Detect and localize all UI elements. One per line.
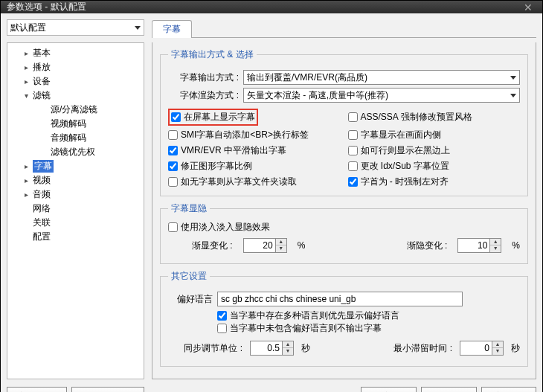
checkbox[interactable] [348, 177, 358, 187]
output-mode-label: 字幕输出方式 : [168, 71, 239, 84]
min-dwell-input[interactable] [460, 343, 492, 353]
option-check: SMI字幕自动添加<BR>换行标签 [168, 129, 341, 141]
tree-item[interactable]: 滤镜优先权 [9, 145, 142, 159]
checkbox[interactable] [348, 146, 358, 155]
tab-subtitle[interactable]: 字幕 [152, 20, 192, 38]
option-check: 修正图形字幕比例 [168, 160, 341, 173]
tree-item[interactable]: 音频解码 [9, 131, 142, 145]
render-mode-select[interactable]: 矢量文本渲染 - 高速,质量中等(推荐) [243, 88, 520, 103]
spin-up-icon[interactable]: ▲ [283, 341, 293, 348]
tree-item[interactable]: ▸播放 [9, 60, 142, 74]
export-button[interactable]: 导出配置(S) [71, 387, 144, 392]
no-output-checkbox[interactable] [217, 324, 227, 333]
init-button[interactable]: 初始化(I) [7, 387, 67, 392]
checkbox[interactable] [168, 161, 178, 171]
fade-in-spinner[interactable]: ▲▼ [243, 238, 287, 253]
spin-down-icon[interactable]: ▼ [276, 245, 286, 252]
spin-down-icon[interactable]: ▼ [283, 348, 293, 355]
preflang-input[interactable]: sc gb zhcc chi chs chinese uni_gb [217, 292, 463, 306]
spin-up-icon[interactable]: ▲ [490, 239, 501, 245]
checkbox-label: 在屏幕上显示字幕 [184, 111, 255, 123]
expand-icon: ▸ [22, 49, 30, 57]
tree-item[interactable]: ▾滤镜 [9, 89, 142, 103]
no-output-label: 当字幕中未包含偏好语言则不输出字幕 [230, 322, 382, 335]
checkbox-label: 如无字幕则从字幕文件夹读取 [181, 176, 297, 188]
render-mode-label: 字体渲染方式 : [168, 89, 239, 102]
percent-unit: % [512, 240, 520, 251]
fade-in-label: 渐显变化 : [192, 240, 233, 252]
tree-item[interactable]: 视频解码 [9, 117, 142, 131]
output-mode-select[interactable]: 输出到覆盖/VMR/EVR(高品质) [243, 70, 520, 85]
button-bar: 初始化(I) 导出配置(S) 确定(O) 取消(C) 应用(A) [7, 384, 536, 392]
tree-item[interactable]: ▸音频 [9, 187, 142, 202]
fade-out-spinner[interactable]: ▲▼ [457, 238, 501, 253]
option-check: 字首为 - 时强制左对齐 [348, 176, 521, 188]
checkbox[interactable] [348, 161, 358, 171]
tree-item-label: 视频 [33, 174, 51, 187]
close-icon[interactable]: ✕ [520, 1, 536, 13]
option-check: 如可行则显示在黑边上 [348, 144, 521, 157]
tree-item-label: 配置 [33, 231, 51, 243]
checkbox-label: 修正图形字幕比例 [181, 160, 252, 173]
spin-down-icon[interactable]: ▼ [490, 245, 501, 252]
fade-out-label: 渐隐变化 : [407, 240, 448, 252]
tree-item-label: 源/分离滤镜 [51, 103, 97, 116]
spin-up-icon[interactable]: ▲ [492, 341, 503, 348]
checkbox-label: 字首为 - 时强制左对齐 [361, 176, 449, 188]
tree-item[interactable]: ▸字幕 [9, 159, 142, 173]
tree-item[interactable]: 关联 [9, 216, 142, 230]
sync-unit-spinner[interactable]: ▲▼ [250, 341, 294, 356]
tab-strip: 字幕 [152, 19, 536, 38]
checkbox[interactable] [348, 130, 358, 140]
checkbox[interactable] [168, 177, 178, 187]
nav-tree[interactable]: ▸基本▸播放▸设备▾滤镜源/分离滤镜视频解码音频解码滤镜优先权▸字幕▸视频▸音频… [7, 42, 144, 379]
cancel-button[interactable]: 取消(C) [421, 387, 477, 392]
chevron-down-icon [510, 94, 516, 97]
checkbox[interactable] [168, 130, 178, 140]
checkbox-label: ASS/SSA 强制修改预置风格 [361, 111, 472, 123]
group-output-legend: 字幕输出方式 & 选择 [168, 48, 257, 61]
tree-item[interactable]: 源/分离滤镜 [9, 103, 142, 117]
prefer-lang-checkbox[interactable] [217, 311, 227, 321]
apply-button[interactable]: 应用(A) [481, 387, 536, 392]
profile-select[interactable]: 默认配置 [7, 19, 144, 36]
tree-item[interactable]: ▸视频 [9, 173, 142, 187]
checkbox-label: 字幕显示在画面内侧 [361, 129, 441, 141]
spin-down-icon[interactable]: ▼ [492, 348, 503, 355]
prefer-lang-label: 当字幕中存在多种语言则优先显示偏好语言 [230, 309, 399, 322]
expand-icon: ▾ [22, 91, 30, 100]
checkbox-label: SMI字幕自动添加<BR>换行标签 [181, 129, 309, 141]
chevron-down-icon [510, 76, 516, 80]
min-dwell-spinner[interactable]: ▲▼ [460, 341, 504, 356]
min-dwell-label: 最小滞留时间 : [393, 342, 452, 355]
tree-item[interactable]: 网络 [9, 202, 142, 216]
fade-in-input[interactable] [244, 240, 275, 251]
tree-item-label: 基本 [33, 47, 51, 60]
tree-item-label: 关联 [33, 216, 51, 229]
tree-item[interactable]: ▸基本 [9, 46, 142, 60]
tree-item-label: 滤镜 [33, 89, 51, 102]
checkbox[interactable] [168, 146, 178, 155]
tab-content: 字幕输出方式 & 选择 字幕输出方式 : 输出到覆盖/VMR/EVR(高品质) … [152, 42, 536, 379]
output-mode-value: 输出到覆盖/VMR/EVR(高品质) [247, 71, 367, 84]
sync-unit-label: 同步调节单位 : [168, 342, 242, 355]
fade-out-input[interactable] [458, 240, 489, 251]
chevron-down-icon [135, 26, 141, 30]
expand-icon: ▸ [22, 176, 30, 184]
preflang-value: sc gb zhcc chi chs chinese uni_gb [221, 294, 356, 304]
checkbox[interactable] [171, 112, 181, 122]
ok-button[interactable]: 确定(O) [361, 387, 417, 392]
checkbox-label: 如可行则显示在黑边上 [361, 144, 450, 157]
tree-item-label: 音频解码 [51, 132, 86, 144]
checkbox[interactable] [348, 112, 358, 122]
checkbox-label: VMR/EVR 中平滑输出字幕 [181, 144, 286, 157]
expand-icon: ▸ [22, 63, 30, 71]
tree-item-label: 播放 [33, 61, 51, 74]
fade-effect-checkbox[interactable] [168, 222, 178, 232]
tree-item[interactable]: 配置 [9, 230, 142, 244]
option-check: ASS/SSA 强制修改预置风格 [348, 109, 521, 126]
sync-unit-input[interactable] [251, 343, 282, 353]
checkbox-label: 更改 Idx/Sub 字幕位置 [361, 160, 449, 173]
spin-up-icon[interactable]: ▲ [276, 239, 286, 245]
tree-item[interactable]: ▸设备 [9, 74, 142, 89]
